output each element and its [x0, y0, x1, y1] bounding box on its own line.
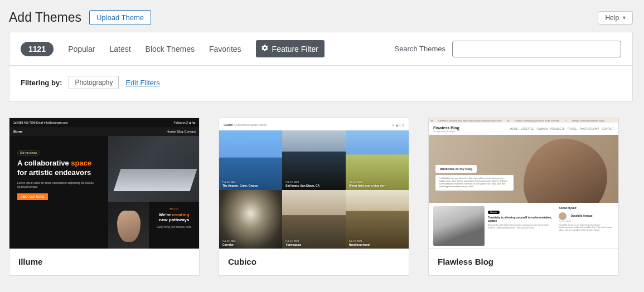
illume-side-sub: Easily bring your creative voice	[153, 226, 195, 228]
flawless-nav: HOME LIFESTYLE FASHION PRODUCTS TRAVEL P…	[510, 128, 614, 130]
illume-hb: space	[71, 159, 91, 167]
cell-date: Feb 12, 2024	[349, 240, 370, 242]
search-label: Search Themes	[394, 45, 446, 53]
filtering-by-label: Filtering by:	[21, 79, 62, 87]
flawless-article-image	[433, 206, 485, 246]
tab-popular[interactable]: Popular	[68, 45, 95, 53]
theme-name: Flawless Blog	[429, 249, 618, 275]
fl-bar-a: Content is showing your baby and now you…	[438, 119, 502, 122]
upload-theme-button[interactable]: Upload Theme	[89, 10, 151, 25]
feature-filter-label: Feature Filter	[272, 45, 318, 53]
cell-date: Feb 12, 2024	[222, 240, 236, 242]
theme-card-cubico[interactable]: Cubic A minimalist square theme. ✕ ◐ ○ ≡…	[219, 118, 409, 276]
flawless-hero: Welcome to my blog I'm thrilled to have …	[429, 135, 618, 203]
cell-title: Neighbourhood	[349, 243, 370, 246]
tab-latest[interactable]: Latest	[109, 45, 130, 53]
illume-sc: new pathways	[159, 217, 189, 222]
cubico-cell: Feb 12, 2024The Aegean, Crete, Greece	[219, 130, 282, 190]
theme-card-illume[interactable]: Call 888 456 7890 Email info@example.com…	[9, 118, 200, 276]
theme-screenshot: Cubic A minimalist square theme. ✕ ◐ ○ ≡…	[219, 118, 409, 249]
page-title: Add Themes	[9, 10, 81, 25]
article-pill: Lifestyle	[488, 211, 500, 214]
illume-sb: creating	[172, 212, 189, 217]
aside-name: Donatella Versace	[571, 215, 593, 217]
chevron-down-icon: ▼	[622, 15, 627, 21]
illume-para: Lorem ipsum dolor sit amet, consectetur …	[17, 181, 100, 189]
illume-hc: for artistic endeavors	[17, 168, 91, 177]
gear-icon	[261, 44, 269, 53]
cell-title: Sail boats, San Diego, CA	[285, 184, 319, 187]
nav-i: PHOTOGRAPHY	[580, 128, 599, 130]
cubico-header-icons: ✕ ◐ ○ ≡	[392, 123, 404, 127]
cell-date: Feb 12, 2024	[285, 240, 301, 242]
theme-screenshot: ⊕Content is showing your baby and now yo…	[429, 118, 618, 249]
flawless-brand: Flawless Blog	[433, 126, 459, 130]
nav-i: LIFESTYLE	[521, 128, 534, 130]
illume-side-chip: About us	[153, 207, 195, 210]
header-left: Add Themes Upload Theme	[9, 10, 151, 25]
cell-title: Yutimaguas	[285, 243, 301, 246]
theme-count-badge: 1121	[21, 42, 54, 56]
illume-portrait-image	[108, 202, 149, 249]
flawless-sub: Your journey is unique	[433, 130, 459, 133]
flawless-hero-text: I'm thrilled to have you here in this li…	[435, 175, 514, 191]
tab-favorites[interactable]: Favorites	[209, 45, 241, 53]
cubico-brand: Cubic	[224, 123, 233, 126]
filter-bottom-row: Filtering by: Photography Edit Filters	[9, 66, 632, 101]
illume-sa: We're	[159, 212, 172, 217]
nav-i: CONTACT	[602, 128, 614, 130]
filter-tabs: 1121 Popular Latest Block Themes Favorit…	[21, 40, 325, 57]
cubico-cell: Feb 12, 2024Corridor	[219, 190, 282, 250]
flawless-aside: About Myself Donatella Versace Content W…	[559, 206, 614, 246]
illume-side-text: About us We're creatingnew pathways Easi…	[149, 202, 199, 249]
cell-date: Feb 12, 2024	[222, 181, 258, 183]
aside-role: Content Writer	[559, 220, 614, 222]
cell-date: Feb 12, 2024	[349, 181, 385, 183]
article-text: Dynamically underwhelm interoperable mat…	[488, 224, 554, 230]
cell-title: Wheat field over a blue sky	[349, 184, 385, 187]
page-header: Add Themes Upload Theme Help ▼	[9, 6, 633, 32]
nav-i: HOME	[510, 128, 518, 130]
illume-chip: Did you know	[17, 150, 40, 155]
theme-name: Cubico	[219, 249, 409, 275]
illume-nav: Home Blog Contact	[167, 130, 196, 133]
cubico-cell: Feb 12, 2024Yutimaguas	[282, 190, 345, 250]
flawless-article: Lifestyle Creativity is allowing yoursel…	[488, 206, 554, 246]
cubico-grid: Feb 12, 2024The Aegean, Crete, Greece Fe…	[219, 130, 409, 249]
illume-topbar-left: Call 888 456 7890 Email info@example.com	[13, 121, 68, 124]
theme-name: Illume	[9, 249, 199, 275]
aside-heading: About Myself	[559, 206, 614, 210]
illume-cta: DISCOVER MORE	[17, 193, 48, 200]
cubico-cell: Feb 12, 2024Sail boats, San Diego, CA	[282, 130, 345, 190]
nav-i: PRODUCTS	[550, 128, 564, 130]
edit-filters-link[interactable]: Edit Filters	[125, 79, 159, 87]
help-tab-button[interactable]: Help ▼	[598, 11, 633, 25]
feature-filter-button[interactable]: Feature Filter	[256, 40, 325, 57]
search-input[interactable]	[452, 41, 621, 57]
theme-card-flawless-blog[interactable]: ⊕Content is showing your baby and now yo…	[428, 118, 619, 276]
fl-bar-c: Design a beautiful website today	[572, 119, 604, 122]
nav-i: FASHION	[536, 128, 548, 130]
cell-title: The Aegean, Crete, Greece	[222, 184, 258, 187]
illume-brand: Illume	[13, 130, 22, 133]
tab-block-themes[interactable]: Block Themes	[146, 45, 195, 53]
filter-top-row: 1121 Popular Latest Block Themes Favorit…	[9, 32, 632, 66]
fl-bar-b: Content is showing yourself to make anyt…	[515, 119, 560, 122]
themes-grid: Call 888 456 7890 Email info@example.com…	[9, 118, 633, 276]
cell-title: Corridor	[222, 243, 234, 246]
cubico-tagline: A minimalist square theme.	[234, 123, 267, 126]
cubico-cell: Feb 12, 2024Neighbourhood	[346, 190, 409, 250]
filter-panel: 1121 Popular Latest Block Themes Favorit…	[9, 32, 633, 102]
aside-bio: Donatella Versace is an Italian fashion …	[559, 224, 614, 232]
avatar-icon	[559, 212, 566, 220]
filter-tag-photography[interactable]: Photography	[69, 76, 119, 89]
illume-room-image	[108, 136, 199, 202]
illume-ha: A collaborative	[17, 159, 71, 167]
cell-date: Feb 12, 2024	[285, 181, 319, 183]
cubico-cell: Feb 12, 2024Wheat field over a blue sky	[346, 130, 409, 190]
theme-screenshot: Call 888 456 7890 Email info@example.com…	[9, 118, 199, 249]
help-label: Help	[605, 14, 619, 22]
illume-topbar-right: Follow us X ◉ f ▶	[174, 121, 196, 124]
nav-i: TRAVEL	[567, 128, 577, 130]
flawless-hero-tag: Welcome to my blog	[435, 165, 477, 173]
